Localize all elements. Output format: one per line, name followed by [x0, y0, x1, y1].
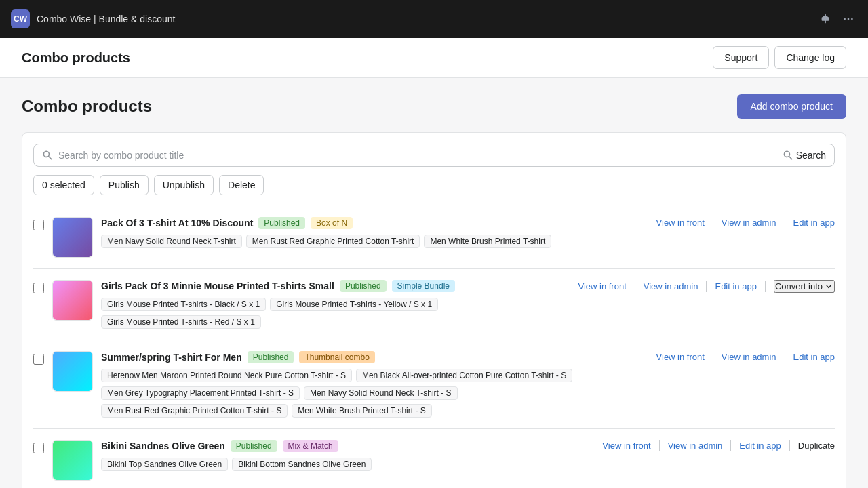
- tag: Men Rust Red Graphic Printed Cotton T-sh…: [101, 404, 288, 418]
- search-bar: Search: [33, 144, 835, 167]
- product-1-tags: Men Navy Solid Round Neck T-shirt Men Ru…: [101, 235, 648, 248]
- tag: Men White Brush Printed T-shirt: [424, 235, 551, 248]
- product-2-name-row: Girls Pack Of 3 Minnie Mouse Printed T-s…: [101, 280, 570, 292]
- product-2-view-front-link[interactable]: View in front: [578, 281, 626, 291]
- table-row: Pack Of 3 T-shirt At 10% Discount Publis…: [33, 206, 835, 269]
- table-row: Summer/spring T-shirt For Men Published …: [33, 340, 835, 429]
- product-1-edit-app-link[interactable]: Edit in app: [793, 218, 835, 228]
- product-3-info: Summer/spring T-shirt For Men Published …: [101, 351, 648, 418]
- product-3-name: Summer/spring T-shirt For Men: [101, 352, 242, 363]
- divider: [635, 281, 635, 292]
- page-header-actions: Support Change log: [713, 46, 846, 69]
- row-1-checkbox[interactable]: [33, 220, 44, 230]
- divider: [713, 351, 713, 362]
- search-btn-icon: [783, 150, 793, 161]
- product-3-image: [52, 351, 93, 392]
- product-1-image: [52, 217, 93, 258]
- search-input[interactable]: [58, 150, 777, 161]
- product-3-tags: Herenow Men Maroon Printed Round Neck Pu…: [101, 369, 648, 418]
- convert-label: Convert into: [775, 281, 823, 291]
- tag: Men Navy Solid Round Neck T-shirt: [101, 235, 242, 248]
- product-2-tags: Girls Mouse Printed T-shirts - Black / S…: [101, 298, 570, 329]
- product-3-actions: View in front View in admin Edit in app: [656, 351, 835, 362]
- product-4-actions: View in front View in admin Edit in app …: [602, 440, 835, 451]
- tag: Men Rust Red Graphic Printed Cotton T-sh…: [246, 235, 420, 248]
- table-row: Bikini Sandnes Olive Green Published Mix…: [33, 429, 835, 488]
- search-icon: [42, 150, 53, 161]
- product-3-name-row: Summer/spring T-shirt For Men Published …: [101, 351, 648, 363]
- product-1-name: Pack Of 3 T-shirt At 10% Discount: [101, 218, 253, 228]
- product-4-view-admin-link[interactable]: View in admin: [668, 441, 723, 451]
- product-4-edit-app-link[interactable]: Edit in app: [739, 441, 781, 451]
- products-card: Search 0 selected Publish Unpublish Dele…: [22, 132, 846, 488]
- top-bar: CW Combo Wise | Bundle & discount: [0, 0, 868, 38]
- bulk-unpublish-button[interactable]: Unpublish: [154, 175, 214, 195]
- more-options-button[interactable]: [840, 10, 857, 28]
- bulk-publish-button[interactable]: Publish: [100, 175, 149, 195]
- more-options-icon: [842, 13, 854, 25]
- top-bar-left: CW Combo Wise | Bundle & discount: [11, 9, 175, 28]
- main-content: Combo products Add combo product Search …: [0, 78, 868, 488]
- pin-icon-button[interactable]: [816, 10, 834, 28]
- page-header-title: Combo products: [22, 50, 130, 66]
- bulk-actions: 0 selected Publish Unpublish Delete: [33, 175, 835, 195]
- tag: Girls Mouse Printed T-shirts - Red / S x…: [101, 315, 261, 329]
- content-header: Combo products Add combo product: [22, 94, 846, 119]
- product-1-name-row: Pack Of 3 T-shirt At 10% Discount Publis…: [101, 217, 648, 229]
- product-2-info: Girls Pack Of 3 Minnie Mouse Printed T-s…: [101, 280, 570, 329]
- product-4-type-badge: Mix & Match: [283, 440, 338, 452]
- product-2-status-badge: Published: [340, 280, 387, 292]
- page-header: Combo products Support Change log: [0, 38, 868, 78]
- bulk-selected-count: 0 selected: [33, 175, 94, 195]
- product-4-name: Bikini Sandnes Olive Green: [101, 441, 225, 451]
- table-row: Girls Pack Of 3 Minnie Mouse Printed T-s…: [33, 269, 835, 340]
- product-2-type-badge: Simple Bundle: [392, 280, 455, 292]
- product-4-duplicate-link[interactable]: Duplicate: [798, 441, 835, 451]
- product-4-name-row: Bikini Sandnes Olive Green Published Mix…: [101, 440, 594, 452]
- row-2-checkbox[interactable]: [33, 283, 44, 293]
- app-name: Combo Wise | Bundle & discount: [37, 14, 175, 24]
- product-4-tags: Bikini Top Sandnes Olive Green Bikini Bo…: [101, 458, 594, 471]
- product-1-actions: View in front View in admin Edit in app: [656, 217, 835, 228]
- add-combo-product-button[interactable]: Add combo product: [737, 94, 846, 119]
- divider: [785, 217, 785, 228]
- product-2-view-admin-link[interactable]: View in admin: [644, 281, 698, 291]
- row-4-checkbox[interactable]: [33, 443, 44, 453]
- chevron-down-icon: [824, 282, 833, 291]
- product-3-view-front-link[interactable]: View in front: [656, 352, 705, 362]
- product-3-type-badge: Thumbnail combo: [299, 351, 374, 363]
- tag: Bikini Bottom Sandnes Olive Green: [232, 458, 372, 471]
- tag: Girls Mouse Printed T-shirts - Yellow / …: [270, 298, 438, 311]
- app-icon: CW: [11, 9, 30, 28]
- bulk-delete-button[interactable]: Delete: [219, 175, 264, 195]
- product-4-image: [52, 440, 93, 481]
- product-2-edit-app-link[interactable]: Edit in app: [715, 281, 756, 291]
- product-4-view-front-link[interactable]: View in front: [602, 441, 650, 451]
- product-4-status-badge: Published: [231, 440, 277, 452]
- main-title: Combo products: [22, 97, 152, 116]
- divider: [713, 217, 713, 228]
- row-3-checkbox[interactable]: [33, 354, 44, 365]
- product-2-image: [52, 280, 93, 321]
- product-3-view-admin-link[interactable]: View in admin: [722, 352, 776, 362]
- pin-icon: [819, 13, 831, 25]
- search-button[interactable]: Search: [783, 150, 826, 161]
- product-3-edit-app-link[interactable]: Edit in app: [793, 352, 835, 362]
- support-button[interactable]: Support: [713, 46, 769, 69]
- product-2-actions: View in front View in admin Edit in app …: [578, 280, 835, 293]
- divider: [659, 440, 660, 451]
- product-1-view-admin-link[interactable]: View in admin: [722, 218, 776, 228]
- tag: Men White Brush Printed T-shirt - S: [292, 404, 432, 418]
- product-1-info: Pack Of 3 T-shirt At 10% Discount Publis…: [101, 217, 648, 248]
- divider: [706, 281, 707, 292]
- tag: Bikini Top Sandnes Olive Green: [101, 458, 228, 471]
- product-1-status-badge: Published: [258, 217, 305, 229]
- divider: [730, 440, 731, 451]
- product-4-info: Bikini Sandnes Olive Green Published Mix…: [101, 440, 594, 471]
- divider: [765, 281, 766, 292]
- tag: Men Black All-over-printed Cotton Pure C…: [356, 369, 572, 382]
- divider: [789, 440, 790, 451]
- product-2-convert-button[interactable]: Convert into: [774, 280, 835, 293]
- product-1-view-front-link[interactable]: View in front: [656, 218, 705, 228]
- changelog-button[interactable]: Change log: [774, 46, 846, 69]
